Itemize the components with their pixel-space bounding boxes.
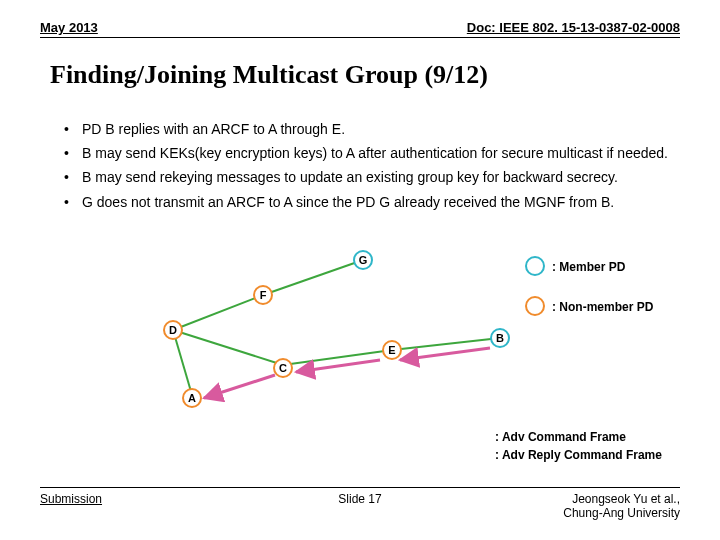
footer-affiliation: Chung-Ang University: [563, 506, 680, 520]
svg-line-8: [204, 375, 275, 398]
svg-line-6: [400, 348, 490, 360]
footer-author-name: Jeongseok Yu et al.,: [572, 492, 680, 506]
footer-author: Jeongseok Yu et al., Chung-Ang Universit…: [563, 492, 680, 520]
svg-line-0: [263, 260, 363, 295]
svg-line-4: [283, 350, 392, 365]
diagram-connections: [0, 0, 720, 540]
svg-line-1: [173, 295, 263, 330]
slide-footer: Submission Slide 17 Jeongseok Yu et al.,…: [40, 487, 680, 520]
svg-line-2: [173, 330, 192, 395]
svg-line-3: [173, 330, 283, 365]
